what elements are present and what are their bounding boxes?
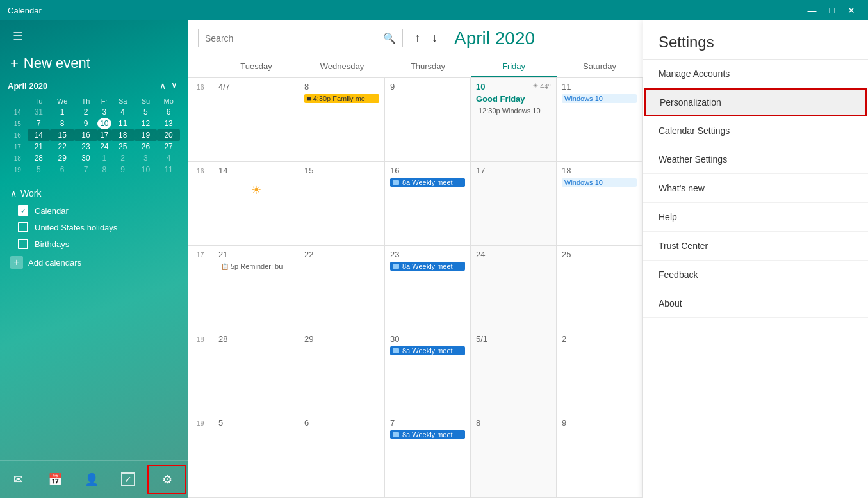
search-box[interactable]: 🔍 bbox=[198, 29, 403, 47]
mini-cal-day[interactable]: 3 bbox=[97, 106, 111, 118]
mini-cal-day[interactable]: 12 bbox=[135, 118, 158, 129]
event-weekly-meet-apr23[interactable]: 8a Weekly meet bbox=[390, 262, 465, 271]
settings-nav-button[interactable]: ⚙ bbox=[147, 465, 186, 494]
event-weekly-meet-apr16[interactable]: 8a Weekly meet bbox=[390, 178, 465, 187]
settings-item-manage-accounts[interactable]: Manage Accounts bbox=[643, 60, 868, 88]
settings-item-about[interactable]: About bbox=[643, 289, 868, 318]
mini-cal-day[interactable]: 19 bbox=[135, 129, 158, 141]
mini-cal-day[interactable]: 25 bbox=[111, 141, 135, 152]
day-cell-apr7[interactable]: 4/7 bbox=[213, 78, 299, 162]
mini-cal-day[interactable]: 4 bbox=[111, 106, 135, 118]
day-cell-apr17[interactable]: 17 bbox=[471, 162, 557, 246]
calendar-item-birthdays[interactable]: Birthdays bbox=[0, 236, 188, 252]
mini-cal-day[interactable]: 6 bbox=[157, 106, 180, 118]
close-button[interactable]: ✕ bbox=[842, 4, 860, 17]
maximize-button[interactable]: □ bbox=[824, 4, 840, 17]
minimize-button[interactable]: — bbox=[803, 4, 822, 17]
mini-cal-day[interactable]: 11 bbox=[157, 164, 180, 175]
event-reminder-apr21[interactable]: 📋 5p Reminder: bu bbox=[218, 262, 293, 271]
mini-cal-next[interactable]: ∧ bbox=[168, 79, 180, 92]
day-cell-may9[interactable]: 9 bbox=[557, 414, 643, 498]
settings-item-whats-new[interactable]: What's new bbox=[643, 174, 868, 203]
day-cell-apr11[interactable]: 11 Windows 10 bbox=[557, 78, 643, 162]
mini-cal-day[interactable]: 1 bbox=[50, 106, 74, 118]
mini-cal-today[interactable]: 10 bbox=[97, 118, 111, 129]
settings-item-weather-settings[interactable]: Weather Settings bbox=[643, 145, 868, 174]
mini-cal-day[interactable]: 2 bbox=[74, 106, 97, 118]
mini-cal-day[interactable]: 24 bbox=[97, 141, 111, 152]
day-cell-apr21[interactable]: 21 📋 5p Reminder: bu bbox=[213, 246, 299, 330]
prev-month-button[interactable]: ↑ bbox=[411, 29, 424, 47]
day-cell-apr9[interactable]: 9 bbox=[385, 78, 471, 162]
calendar-checkbox-calendar[interactable] bbox=[18, 205, 28, 216]
mini-cal-day[interactable]: 27 bbox=[157, 141, 180, 152]
tasks-nav-button[interactable]: ✓ bbox=[110, 463, 146, 495]
day-cell-apr30[interactable]: 30 8a Weekly meet bbox=[385, 330, 471, 414]
mini-cal-day[interactable]: 18 bbox=[111, 129, 135, 141]
next-month-button[interactable]: ↓ bbox=[428, 29, 441, 47]
mini-cal-day[interactable]: 10 bbox=[135, 164, 158, 175]
mini-cal-day[interactable]: 9 bbox=[74, 118, 97, 129]
hamburger-button[interactable]: ☰ bbox=[10, 27, 26, 46]
settings-item-feedback[interactable]: Feedback bbox=[643, 261, 868, 289]
calendar-nav-button[interactable]: 📅 bbox=[37, 463, 73, 495]
mini-cal-day[interactable]: 21 bbox=[28, 141, 51, 152]
day-cell-may8[interactable]: 8 bbox=[471, 414, 557, 498]
mail-nav-button[interactable]: ✉ bbox=[0, 463, 37, 495]
mini-cal-day[interactable]: 4 bbox=[157, 152, 180, 164]
people-nav-button[interactable]: 👤 bbox=[73, 463, 110, 495]
day-cell-apr16[interactable]: 16 8a Weekly meet bbox=[385, 162, 471, 246]
mini-cal-day[interactable]: 7 bbox=[28, 118, 51, 129]
day-cell-apr14[interactable]: 14 ☀ bbox=[213, 162, 299, 246]
settings-item-calendar-settings[interactable]: Calendar Settings bbox=[643, 116, 868, 145]
day-cell-apr24[interactable]: 24 bbox=[471, 246, 557, 330]
day-cell-apr29[interactable]: 29 bbox=[299, 330, 385, 414]
mini-cal-day[interactable]: 13 bbox=[157, 118, 180, 129]
calendar-checkbox-birthdays[interactable] bbox=[18, 239, 28, 249]
event-weekly-meet-may7[interactable]: 8a Weekly meet bbox=[390, 430, 465, 439]
day-cell-may7[interactable]: 7 8a Weekly meet bbox=[385, 414, 471, 498]
day-cell-apr15[interactable]: 15 bbox=[299, 162, 385, 246]
mini-cal-day[interactable]: 5 bbox=[28, 164, 51, 175]
day-cell-apr23[interactable]: 23 8a Weekly meet bbox=[385, 246, 471, 330]
mini-cal-day[interactable]: 15 bbox=[50, 129, 74, 141]
mini-cal-day[interactable]: 8 bbox=[97, 164, 111, 175]
new-event-button[interactable]: + New event bbox=[0, 50, 188, 77]
event-windows2[interactable]: Windows 10 bbox=[562, 94, 637, 103]
settings-item-trust-center[interactable]: Trust Center bbox=[643, 232, 868, 261]
mini-cal-prev[interactable]: ∧ bbox=[157, 79, 168, 92]
calendar-checkbox-us-holidays[interactable] bbox=[18, 222, 28, 232]
day-cell-may6[interactable]: 6 bbox=[299, 414, 385, 498]
work-section-header[interactable]: ∧ Work bbox=[0, 184, 188, 202]
event-windows1[interactable]: 12:30p Windows 10 bbox=[476, 106, 551, 115]
calendar-item-calendar[interactable]: Calendar bbox=[0, 202, 188, 219]
mini-cal-day[interactable]: 7 bbox=[74, 164, 97, 175]
day-cell-apr8[interactable]: 8 ■ 4:30p Family me bbox=[299, 78, 385, 162]
mini-cal-day[interactable]: 3 bbox=[135, 152, 158, 164]
mini-cal-day[interactable]: 22 bbox=[50, 141, 74, 152]
mini-cal-day[interactable]: 28 bbox=[28, 152, 51, 164]
add-calendars-button[interactable]: + Add calendars bbox=[0, 252, 188, 273]
calendar-item-us-holidays[interactable]: United States holidays bbox=[0, 219, 188, 236]
mini-cal-day[interactable]: 31 bbox=[28, 106, 51, 118]
search-input[interactable] bbox=[205, 33, 383, 44]
mini-cal-day[interactable]: 9 bbox=[111, 164, 135, 175]
day-cell-may5[interactable]: 5 bbox=[213, 414, 299, 498]
mini-cal-day[interactable]: 30 bbox=[74, 152, 97, 164]
day-cell-apr28[interactable]: 28 bbox=[213, 330, 299, 414]
day-cell-apr18[interactable]: 18 Windows 10 bbox=[557, 162, 643, 246]
day-cell-may2[interactable]: 2 bbox=[557, 330, 643, 414]
event-windows-apr18[interactable]: Windows 10 bbox=[562, 178, 637, 187]
mini-cal-day[interactable]: 1 bbox=[97, 152, 111, 164]
settings-item-help[interactable]: Help bbox=[643, 203, 868, 232]
mini-cal-day[interactable]: 17 bbox=[97, 129, 111, 141]
settings-item-personalization[interactable]: Personalization bbox=[644, 88, 867, 116]
event-family[interactable]: ■ 4:30p Family me bbox=[304, 94, 379, 103]
day-cell-may1[interactable]: 5/1 bbox=[471, 330, 557, 414]
mini-cal-day[interactable]: 8 bbox=[50, 118, 74, 129]
mini-cal-day[interactable]: 6 bbox=[50, 164, 74, 175]
mini-cal-day[interactable]: 26 bbox=[135, 141, 158, 152]
mini-cal-day[interactable]: 2 bbox=[111, 152, 135, 164]
mini-cal-day[interactable]: 14 bbox=[28, 129, 51, 141]
mini-cal-day[interactable]: 16 bbox=[74, 129, 97, 141]
